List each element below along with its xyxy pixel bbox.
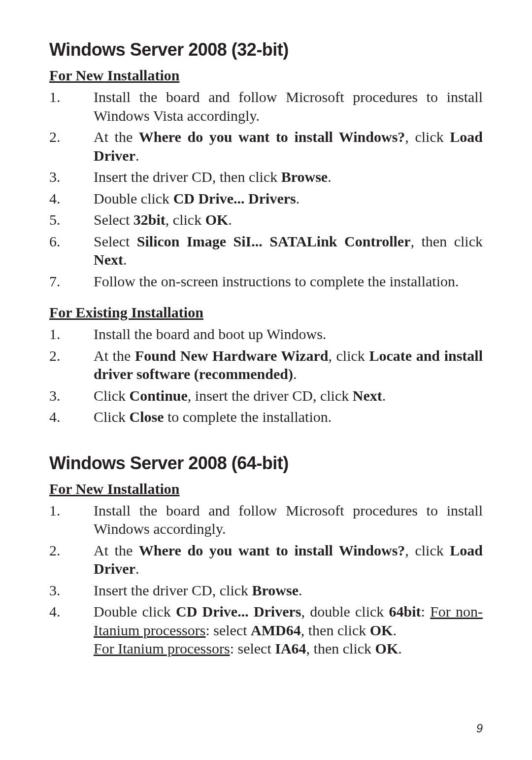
list-item: 1.Install the board and follow Microsoft…	[49, 501, 483, 538]
page-number: 9	[476, 722, 483, 735]
step-number: 2.	[49, 128, 94, 165]
step-text: Select 32bit, click OK.	[94, 210, 483, 229]
list-item: 3.Insert the driver CD, then click Brows…	[49, 168, 483, 186]
subsection-heading: For New Installation	[49, 481, 483, 497]
subsection-heading: For New Installation	[49, 67, 483, 84]
list-item: 6.Select Silicon Image SiI... SATALink C…	[49, 232, 483, 269]
list-item: 1.Install the board and follow Microsoft…	[49, 88, 483, 125]
section-heading: Windows Server 2008 (32-bit)	[49, 39, 483, 60]
step-number: 4.	[49, 189, 94, 208]
document-page: Windows Server 2008 (32-bit) For New Ins…	[0, 0, 532, 760]
step-text: At the Where do you want to install Wind…	[94, 541, 483, 578]
list-item: 1.Install the board and boot up Windows.	[49, 325, 483, 344]
step-number: 2.	[49, 541, 94, 578]
step-text: Click Continue, insert the driver CD, cl…	[94, 386, 483, 405]
list-item: 4.Double click CD Drive... Drivers.	[49, 189, 483, 208]
list-item: 2.At the Where do you want to install Wi…	[49, 128, 483, 165]
step-text: Install the board and follow Microsoft p…	[94, 88, 483, 125]
step-text: At the Where do you want to install Wind…	[94, 128, 483, 165]
step-text: Install the board and boot up Windows.	[94, 325, 483, 344]
step-list: 1.Install the board and boot up Windows.…	[49, 325, 483, 426]
step-text: Double click CD Drive... Drivers.	[94, 189, 483, 208]
step-number: 1.	[49, 501, 94, 538]
section-heading: Windows Server 2008 (64-bit)	[49, 453, 483, 474]
list-item: 7.Follow the on-screen instructions to c…	[49, 272, 483, 291]
list-item: 4.Double click CD Drive... Drivers, doub…	[49, 602, 483, 658]
step-text: At the Found New Hardware Wizard, click …	[94, 346, 483, 383]
list-item: 2.At the Found New Hardware Wizard, clic…	[49, 346, 483, 383]
step-number: 7.	[49, 272, 94, 291]
list-item: 2.At the Where do you want to install Wi…	[49, 541, 483, 578]
step-number: 3.	[49, 581, 94, 600]
step-number: 3.	[49, 386, 94, 405]
list-item: 4.Click Close to complete the installati…	[49, 408, 483, 426]
step-number: 2.	[49, 346, 94, 383]
step-text: Click Close to complete the installation…	[94, 408, 483, 426]
list-item: 3.Insert the driver CD, click Browse.	[49, 581, 483, 600]
step-number: 1.	[49, 88, 94, 125]
step-text: Double click CD Drive... Drivers, double…	[94, 602, 483, 658]
step-text: Insert the driver CD, then click Browse.	[94, 168, 483, 186]
step-text: Select Silicon Image SiI... SATALink Con…	[94, 232, 483, 269]
subsection-heading: For Existing Installation	[49, 304, 483, 321]
step-text: Follow the on-screen instructions to com…	[94, 272, 483, 291]
step-number: 4.	[49, 408, 94, 426]
step-number: 1.	[49, 325, 94, 344]
step-number: 3.	[49, 168, 94, 186]
step-list: 1.Install the board and follow Microsoft…	[49, 501, 483, 658]
list-item: 5.Select 32bit, click OK.	[49, 210, 483, 229]
step-text: Install the board and follow Microsoft p…	[94, 501, 483, 538]
list-item: 3.Click Continue, insert the driver CD, …	[49, 386, 483, 405]
step-text: Insert the driver CD, click Browse.	[94, 581, 483, 600]
step-number: 6.	[49, 232, 94, 269]
step-number: 5.	[49, 210, 94, 229]
step-list: 1.Install the board and follow Microsoft…	[49, 88, 483, 290]
step-number: 4.	[49, 602, 94, 658]
